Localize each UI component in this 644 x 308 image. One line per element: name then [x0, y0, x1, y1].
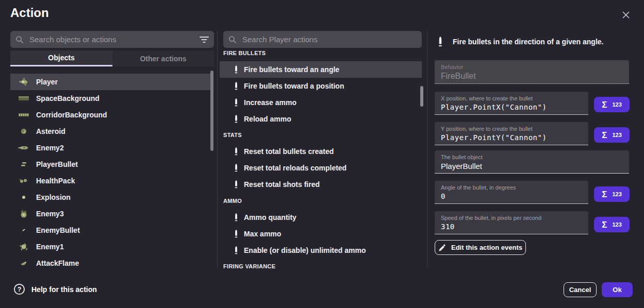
- sigma-icon: Σ: [602, 131, 607, 140]
- action-row-ammo-quantity[interactable]: Ammo quantity: [220, 209, 422, 226]
- object-row-corridorbackground[interactable]: CorridorBackground: [10, 107, 210, 123]
- search-icon: [228, 36, 237, 44]
- field-label: The bullet object: [441, 154, 623, 160]
- field-value: Player.PointX("Cannon"): [441, 103, 582, 111]
- action-dialog: Action Objects Other actions: [0, 0, 644, 308]
- action-row-reset-reloads-completed[interactable]: Reset total reloads completed: [220, 160, 422, 176]
- object-row-enemy2[interactable]: Enemy2: [10, 140, 210, 156]
- object-row-healthpack[interactable]: HealthPack: [10, 173, 210, 189]
- field-label: Angle of the bullet, in degrees: [441, 184, 582, 191]
- object-row-playerbullet[interactable]: PlayerBullet: [10, 156, 210, 173]
- group-header-firing-variance: FIRING VARIANCE: [223, 263, 275, 268]
- y-expression-editor-button[interactable]: Σ 123: [594, 127, 630, 143]
- field-value: 0: [441, 192, 582, 200]
- middle-right-divider: [427, 31, 427, 268]
- action-row-reload-ammo[interactable]: Reload ammo: [220, 111, 422, 127]
- object-label: HealthPack: [36, 177, 75, 185]
- action-row-increase-ammo[interactable]: Increase ammo: [220, 94, 422, 111]
- bullet-action-icon: [234, 147, 238, 156]
- action-label: Reset total shots fired: [244, 180, 320, 189]
- actions-scrollbar[interactable]: [420, 86, 423, 107]
- page-title: Action: [10, 6, 49, 20]
- action-label: Fire bullets toward a position: [244, 82, 344, 90]
- object-label: Enemy3: [36, 210, 64, 218]
- cancel-button[interactable]: Cancel: [564, 282, 597, 297]
- sigma-icon: Σ: [602, 220, 607, 229]
- object-label: Asteroid: [36, 127, 65, 135]
- action-label: Increase ammo: [244, 98, 296, 107]
- field-label: Speed of the bullet, in pixels per secon…: [441, 215, 582, 221]
- pencil-icon: [438, 244, 446, 252]
- object-row-attackflame[interactable]: AttackFlame: [10, 255, 210, 271]
- tab-objects[interactable]: Objects: [10, 50, 112, 66]
- bullet-action-icon: [234, 98, 238, 107]
- action-row-fire-angle[interactable]: Fire bullets toward an angle: [220, 61, 422, 78]
- asteroid-object-icon: [18, 126, 29, 136]
- field-label: Y position, where to create the bullet: [441, 126, 582, 132]
- action-row-fire-position[interactable]: Fire bullets toward a position: [220, 78, 422, 94]
- help-link[interactable]: ? Help for this action: [13, 283, 97, 295]
- action-row-reset-shots-fired[interactable]: Reset total shots fired: [220, 176, 422, 193]
- angle-expression-editor-button[interactable]: Σ 123: [594, 186, 630, 202]
- object-label: CorridorBackground: [36, 111, 107, 119]
- object-label: Enemy2: [36, 144, 64, 152]
- bullet-object-field[interactable]: The bullet object PlayerBullet: [435, 150, 629, 174]
- tab-other-actions[interactable]: Other actions: [112, 50, 214, 66]
- action-description-text: Fire bullets in the direction of a given…: [453, 38, 604, 46]
- field-value: 310: [441, 223, 582, 231]
- player-object-icon: [18, 77, 29, 87]
- ok-button[interactable]: Ok: [602, 282, 633, 297]
- close-icon: [621, 10, 631, 20]
- object-label: EnemyBullet: [36, 226, 80, 234]
- field-value: FireBullet: [441, 72, 623, 81]
- object-label: Explosion: [36, 193, 71, 201]
- action-label: Enable (or disable) unlimited ammo: [244, 246, 366, 254]
- action-description: Fire bullets in the direction of a given…: [438, 36, 630, 48]
- object-row-player[interactable]: Player: [10, 74, 210, 90]
- object-row-enemy1[interactable]: Enemy1: [10, 238, 210, 255]
- action-row-unlimited-ammo[interactable]: Enable (or disable) unlimited ammo: [220, 242, 422, 259]
- close-button[interactable]: [618, 7, 634, 23]
- expression-123-label: 123: [612, 221, 621, 228]
- actions-search-input[interactable]: [241, 35, 417, 44]
- group-header-stats: STATS: [223, 132, 242, 138]
- y-position-field[interactable]: Y position, where to create the bullet P…: [435, 122, 588, 145]
- actions-search-box: [223, 31, 422, 48]
- angle-field[interactable]: Angle of the bullet, in degrees 0: [435, 181, 588, 204]
- speed-expression-editor-button[interactable]: Σ 123: [594, 217, 630, 232]
- object-row-enemybullet[interactable]: EnemyBullet: [10, 222, 210, 238]
- object-row-asteroid[interactable]: Asteroid: [10, 123, 210, 140]
- x-position-field[interactable]: X position, where to create the bullet P…: [435, 92, 588, 115]
- explosion-object-icon: [18, 192, 29, 202]
- field-label: X position, where to create the bullet: [441, 95, 582, 101]
- objects-search-input[interactable]: [28, 35, 195, 44]
- bullet-action-icon: [234, 81, 238, 91]
- object-row-spacebackground[interactable]: SpaceBackground: [10, 90, 210, 107]
- help-icon: ?: [13, 283, 25, 295]
- actions-list: FIRE BULLETS Fire bullets toward an angl…: [220, 49, 422, 268]
- search-icon: [15, 36, 24, 44]
- speed-field[interactable]: Speed of the bullet, in pixels per secon…: [435, 211, 588, 234]
- filter-icon[interactable]: [200, 36, 209, 43]
- cancel-label: Cancel: [569, 286, 591, 294]
- group-header-fire-bullets: FIRE BULLETS: [223, 50, 266, 56]
- object-label: AttackFlame: [36, 259, 79, 267]
- edit-action-events-button[interactable]: Edit this action events: [435, 240, 526, 255]
- enemybullet-object-icon: [18, 225, 29, 235]
- x-expression-editor-button[interactable]: Σ 123: [594, 97, 630, 112]
- behavior-field: Behavior FireBullet: [435, 60, 629, 84]
- action-label: Reset total bullets created: [244, 147, 334, 156]
- healthpack-object-icon: [18, 176, 29, 186]
- objects-scrollbar[interactable]: [210, 71, 213, 151]
- expression-123-label: 123: [612, 191, 621, 197]
- action-row-reset-bullets-created[interactable]: Reset total bullets created: [220, 143, 422, 160]
- action-row-max-ammo[interactable]: Max ammo: [220, 226, 422, 242]
- bullet-action-icon: [234, 65, 238, 74]
- bullet-action-icon: [234, 229, 238, 238]
- enemy2-object-icon: [18, 143, 29, 153]
- object-row-explosion[interactable]: Explosion: [10, 189, 210, 206]
- bullet-action-icon: [234, 246, 238, 255]
- object-row-enemy3[interactable]: Enemy3: [10, 206, 210, 222]
- action-label: Reset total reloads completed: [244, 164, 346, 172]
- bullet-action-icon: [438, 36, 443, 48]
